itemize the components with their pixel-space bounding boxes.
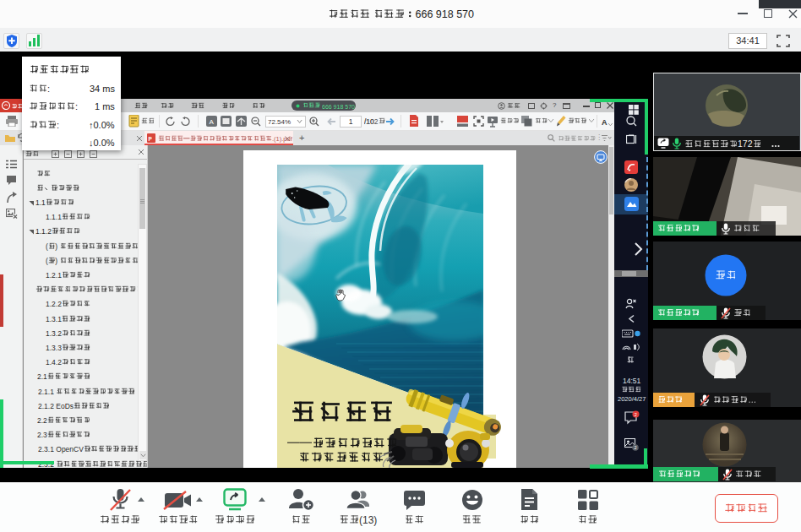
svg-text:1.1: 1.1	[35, 198, 46, 207]
svg-text:A: A	[602, 118, 608, 127]
svg-text:1 ms: 1 ms	[95, 101, 115, 111]
svg-text:A: A	[210, 118, 215, 126]
svg-text:172: 172	[738, 139, 753, 149]
svg-text:1.1.1: 1.1.1	[46, 213, 62, 221]
svg-text:2020/4/27: 2020/4/27	[618, 395, 646, 403]
svg-text:↑0.0%: ↑0.0%	[89, 120, 115, 130]
svg-text:1.3.2: 1.3.2	[46, 329, 62, 338]
svg-text:): )	[55, 257, 57, 265]
svg-text:↓0.0%: ↓0.0%	[89, 138, 115, 148]
svg-text:72.54%: 72.54%	[268, 118, 291, 126]
svg-text:1.3.1: 1.3.1	[46, 315, 62, 323]
svg-text:2.1: 2.1	[37, 372, 47, 381]
svg-text:2.1.2 EoDs: 2.1.2 EoDs	[38, 402, 74, 410]
svg-text:1.2.2: 1.2.2	[46, 300, 62, 308]
svg-text:P: P	[149, 136, 153, 142]
svg-text:(13): (13)	[359, 514, 377, 526]
svg-text:2.2: 2.2	[37, 416, 47, 425]
svg-text:34 ms: 34 ms	[90, 84, 115, 94]
svg-text:2: 2	[635, 412, 637, 417]
svg-text:2.3.1 OpenCV: 2.3.1 OpenCV	[38, 445, 84, 453]
svg-text:2.1.1: 2.1.1	[38, 388, 54, 396]
svg-text:666 918 570: 666 918 570	[415, 8, 474, 20]
svg-text:1.2.1: 1.2.1	[46, 271, 62, 280]
svg-text:/102: /102	[364, 117, 379, 126]
svg-text:2: 2	[634, 445, 636, 450]
svg-text::: :	[57, 120, 59, 130]
svg-text:(: (	[46, 257, 48, 265]
svg-text:666 918 570: 666 918 570	[322, 104, 355, 110]
svg-text:1.4.2: 1.4.2	[46, 358, 62, 366]
svg-text:14:51: 14:51	[623, 377, 641, 385]
svg-text::: :	[75, 101, 78, 111]
svg-text::: :	[47, 84, 50, 94]
svg-text:2.3: 2.3	[37, 431, 47, 439]
svg-text:1.3.3: 1.3.3	[46, 344, 62, 352]
svg-text:(: (	[46, 242, 48, 251]
svg-text:1.1.2: 1.1.2	[35, 227, 52, 236]
svg-text:): )	[55, 242, 57, 251]
